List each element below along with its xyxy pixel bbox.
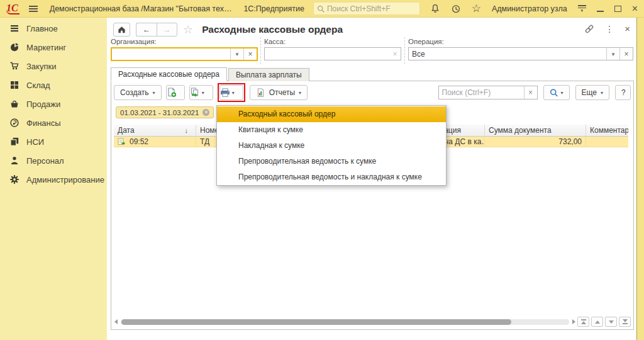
operation-dropdown-icon[interactable]: ▾ xyxy=(606,48,619,60)
back-button[interactable]: ← xyxy=(136,23,157,37)
cards-stack-icon xyxy=(10,137,19,146)
current-user[interactable]: Администратор узла xyxy=(492,4,567,13)
filter-separator xyxy=(260,37,261,64)
menu-item-bag-invoice[interactable]: Накладная к сумке xyxy=(217,138,446,154)
sidebar-item-label: Продажи xyxy=(26,99,60,109)
horizontal-scrollbar[interactable] xyxy=(121,319,569,325)
search-icon xyxy=(550,88,558,98)
help-button[interactable]: ? xyxy=(615,85,631,100)
app-window: 1С Демонстрационная база /Магазин "Бытов… xyxy=(0,0,644,340)
scroll-left-icon[interactable] xyxy=(114,319,118,324)
cell-comment xyxy=(586,137,628,147)
sidebar: Главное Маркетинг Закупки Склад xyxy=(0,18,107,340)
menu-item-cash-order[interactable]: Расходный кассовый ордер xyxy=(217,106,446,122)
organization-dropdown-icon[interactable]: ▾ xyxy=(230,48,243,60)
sidebar-item-label: НСИ xyxy=(26,137,44,147)
service-menu-icon[interactable]: ▾ xyxy=(578,5,586,12)
favorite-star-icon[interactable]: ☆ xyxy=(183,24,193,35)
filter-organization: Организация: ▾ × xyxy=(111,38,258,61)
search-clear-icon[interactable]: × xyxy=(524,86,537,99)
posted-document-icon xyxy=(118,138,126,145)
global-search[interactable] xyxy=(313,2,420,15)
forward-button[interactable]: → xyxy=(157,23,177,37)
print-dropdown-menu: Расходный кассовый ордер Квитанция к сум… xyxy=(216,105,447,186)
column-header-comment[interactable]: Комментарий xyxy=(586,125,628,136)
home-button[interactable] xyxy=(113,23,130,37)
notifications-bell-icon[interactable] xyxy=(430,4,440,13)
organization-field[interactable]: ▾ × xyxy=(111,47,258,61)
operation-clear-icon[interactable]: × xyxy=(619,48,633,60)
annotation-highlight-box: ▾ xyxy=(218,83,245,102)
more-button-label: Еще xyxy=(582,88,597,97)
operation-value[interactable]: Все xyxy=(409,48,606,60)
sidebar-item-label: Администрирование xyxy=(26,175,104,184)
sidebar-item-administration[interactable]: Администрирование xyxy=(0,170,107,189)
sidebar-item-main[interactable]: Главное xyxy=(0,19,107,38)
favorites-star-icon[interactable]: ☆ xyxy=(472,4,481,14)
get-link-icon[interactable] xyxy=(584,24,594,34)
column-label: Дата xyxy=(118,126,135,135)
sort-desc-icon: ↓ xyxy=(185,127,189,134)
sidebar-item-personnel[interactable]: Персонал xyxy=(0,151,107,170)
organization-value[interactable] xyxy=(112,48,230,60)
sidebar-item-warehouse[interactable]: Склад xyxy=(0,76,107,94)
sidebar-item-marketing[interactable]: Маркетинг xyxy=(0,38,107,57)
copy-document-button[interactable]: ▾ xyxy=(189,85,213,100)
list-search-input[interactable] xyxy=(439,86,524,99)
go-up-button[interactable] xyxy=(591,317,603,327)
print-button[interactable]: ▾ xyxy=(219,85,243,100)
go-to-first-button[interactable] xyxy=(577,317,589,327)
menu-item-bag-receipt[interactable]: Квитанция к сумке xyxy=(217,122,446,138)
sidebar-item-purchases[interactable]: Закупки xyxy=(0,57,107,76)
sidebar-item-finance[interactable]: Финансы xyxy=(0,113,107,132)
cart-icon xyxy=(10,62,19,71)
go-to-last-button[interactable] xyxy=(619,317,631,327)
reports-button[interactable]: Отчеты ▾ xyxy=(250,85,308,100)
create-button[interactable]: Создать ▾ xyxy=(114,85,162,100)
chevron-down-icon: ▾ xyxy=(299,90,301,96)
create-new-document-button[interactable] xyxy=(166,85,185,100)
form-menu-kebab-icon[interactable]: ⋮ xyxy=(605,25,614,33)
organization-clear-icon[interactable]: × xyxy=(243,48,257,60)
filter-kassa: Касса: × xyxy=(264,38,401,60)
list-search[interactable]: × xyxy=(438,86,538,99)
more-button[interactable]: Еще ▾ xyxy=(575,85,609,100)
kassa-value[interactable] xyxy=(265,48,389,60)
global-search-input[interactable] xyxy=(327,4,416,13)
kassa-field[interactable]: × xyxy=(264,47,401,60)
product-name: 1С:Предприятие xyxy=(243,4,304,13)
page-title: Расходные кассовые ордера xyxy=(202,24,343,35)
list-toolbar: Создать ▾ xyxy=(114,84,308,101)
scrollbar-thumb[interactable] xyxy=(121,319,511,325)
operation-field[interactable]: Все ▾ × xyxy=(408,47,633,60)
kassa-clear-icon[interactable]: × xyxy=(389,48,401,60)
chevron-down-icon: ▾ xyxy=(153,90,155,96)
menu-item-bag-statement-invoice[interactable]: Препроводительная ведомость и накладная … xyxy=(217,169,446,185)
period-filter-chip[interactable]: 01.03.2021 - 31.03.2021 × xyxy=(116,106,214,118)
report-icon xyxy=(256,88,265,98)
tab-cash-orders[interactable]: Расходные кассовые ордера xyxy=(111,67,227,81)
history-icon[interactable] xyxy=(451,4,461,14)
close-form-button[interactable]: × xyxy=(625,25,630,33)
column-header-amount[interactable]: Сумма документа xyxy=(485,125,586,136)
list-tabs: Расходные кассовые ордера Выплата зарпла… xyxy=(111,67,309,81)
cell-date-value: 09:52 xyxy=(130,137,148,146)
person-icon xyxy=(10,156,19,165)
grid-icon xyxy=(10,81,19,89)
go-down-button[interactable] xyxy=(605,317,617,327)
chevron-down-icon: ▾ xyxy=(561,90,564,96)
tab-salary-payment[interactable]: Выплата зарплаты xyxy=(228,68,309,81)
sidebar-item-sales[interactable]: Продажи xyxy=(0,94,107,113)
maximize-button[interactable] xyxy=(614,6,621,12)
1c-logo-icon: 1С xyxy=(6,3,19,14)
period-filter-label: 01.03.2021 - 31.03.2021 xyxy=(120,109,199,116)
column-header-date[interactable]: Дата ↓ xyxy=(114,125,196,136)
scroll-right-icon[interactable] xyxy=(572,319,575,324)
sidebar-item-nsi[interactable]: НСИ xyxy=(0,132,107,151)
minimize-button[interactable] xyxy=(597,11,604,12)
close-window-button[interactable]: × xyxy=(632,4,638,13)
main-menu-icon[interactable] xyxy=(29,6,38,12)
menu-item-bag-statement[interactable]: Препроводительная ведомость к сумке xyxy=(217,154,446,169)
advanced-search-button[interactable]: ▾ xyxy=(543,85,570,100)
remove-filter-icon[interactable]: × xyxy=(203,109,209,116)
